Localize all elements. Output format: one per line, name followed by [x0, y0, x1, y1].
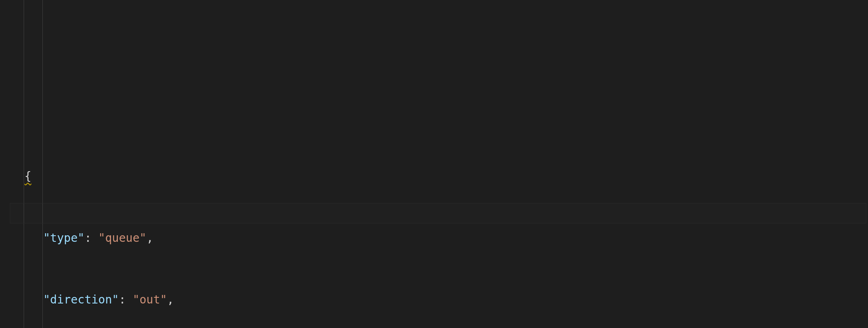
punct-colon: : — [119, 293, 133, 306]
punct-colon: : — [84, 231, 98, 245]
punct-comma: , — [146, 231, 153, 245]
json-key: "type" — [43, 231, 84, 245]
code-line: "direction": "out", — [24, 290, 868, 310]
json-key: "direction" — [43, 293, 119, 306]
code-block: { "type": "queue", "direction": "out", T… — [8, 125, 868, 328]
punct-comma: , — [167, 293, 174, 306]
json-value: "queue" — [98, 231, 146, 245]
json-value: "out" — [133, 293, 167, 306]
code-line: "type": "queue", — [24, 228, 868, 248]
brace-open: { — [24, 170, 31, 183]
code-editor[interactable]: { "type": "queue", "direction": "out", T… — [0, 0, 868, 328]
code-line: { — [24, 166, 868, 187]
